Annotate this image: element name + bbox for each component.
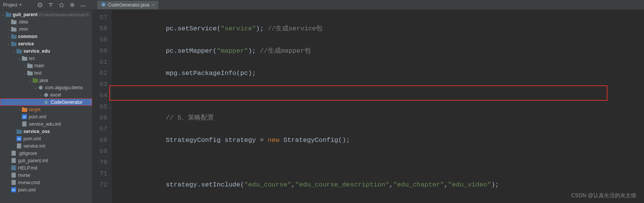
top-bar: Project ▼ — C CodeGenerator.java ✕ <box>0 0 644 10</box>
star-icon[interactable] <box>59 2 64 8</box>
project-tree[interactable]: ⌄guli_parentD:\study\java\code\project\ … <box>0 10 93 203</box>
close-icon[interactable]: ✕ <box>151 3 154 7</box>
test-folder-icon <box>32 78 38 83</box>
svg-rect-33 <box>22 121 27 126</box>
svg-text:m: m <box>23 115 26 119</box>
file-icon <box>11 173 17 178</box>
tree-item[interactable]: guli_parent.iml <box>18 158 48 163</box>
toolbar-icons: — <box>37 2 86 8</box>
svg-text:C: C <box>45 101 48 104</box>
svg-rect-35 <box>17 129 19 130</box>
module-icon <box>11 41 17 46</box>
svg-rect-16 <box>17 49 19 50</box>
svg-rect-5 <box>6 13 11 17</box>
maven-icon: m <box>16 136 22 141</box>
svg-rect-7 <box>11 20 17 24</box>
gear-icon[interactable] <box>70 2 75 8</box>
svg-rect-39 <box>12 151 16 156</box>
svg-rect-43 <box>12 173 16 178</box>
tree-item[interactable]: test <box>34 70 41 76</box>
svg-text:m: m <box>12 188 15 192</box>
project-dropdown[interactable]: Project ▼ <box>3 2 22 8</box>
svg-text:C: C <box>103 3 105 6</box>
tree-item[interactable]: service_oss <box>23 129 50 134</box>
tree-item[interactable]: service_edu.iml <box>29 121 61 127</box>
module-icon <box>16 48 22 53</box>
svg-point-2 <box>71 4 73 6</box>
tree-item[interactable]: java <box>40 78 48 83</box>
collapse-icon[interactable]: — <box>80 2 86 8</box>
dropdown-arrow-icon: ▼ <box>19 3 22 7</box>
module-icon <box>16 129 22 134</box>
code-area[interactable]: pc.setService("service"); //生成service包 p… <box>112 10 508 203</box>
tree-item[interactable]: mvnw <box>18 173 30 178</box>
svg-rect-24 <box>33 78 35 79</box>
tree-item[interactable]: .gitignore <box>18 151 37 156</box>
svg-rect-38 <box>17 143 21 148</box>
tree-item[interactable]: target <box>29 107 41 112</box>
maven-icon: m <box>22 114 27 119</box>
project-label: Project <box>3 2 17 8</box>
tree-item[interactable]: src <box>29 56 35 61</box>
tree-item[interactable]: service.iml <box>23 143 45 149</box>
watermark: CSDN @认真生活的灰太狼 <box>571 190 636 201</box>
svg-point-26 <box>44 93 48 97</box>
svg-rect-22 <box>27 71 30 72</box>
tree-item-codegen[interactable]: CodeGenerator <box>51 100 83 105</box>
line-gutter: 57585960616263646566676869707172 <box>93 10 112 203</box>
root-path: D:\study\java\code\project\ <box>39 12 89 17</box>
tab-bar: C CodeGenerator.java ✕ <box>97 1 158 9</box>
svg-rect-23 <box>33 79 38 83</box>
svg-rect-44 <box>12 180 16 185</box>
tree-item[interactable]: pom.xml <box>29 114 46 120</box>
svg-rect-10 <box>11 27 13 28</box>
svg-rect-21 <box>27 72 33 75</box>
svg-rect-29 <box>22 108 27 112</box>
root-node[interactable]: guli_parent <box>13 12 38 17</box>
tree-item[interactable]: common <box>18 34 37 39</box>
java-class-icon: C <box>101 2 106 8</box>
svg-rect-13 <box>11 42 17 46</box>
file-icon <box>11 180 17 185</box>
tree-item[interactable]: com.atguigu.demo <box>45 85 83 90</box>
file-icon <box>11 151 17 156</box>
folder-icon <box>22 56 27 61</box>
tree-item[interactable]: .mvn <box>18 27 28 32</box>
svg-point-25 <box>39 86 43 90</box>
tab-label: CodeGenerator.java <box>108 2 149 8</box>
svg-rect-15 <box>17 50 22 53</box>
tree-item[interactable]: pom.xml <box>18 187 35 193</box>
file-icon <box>11 158 17 163</box>
tree-item[interactable]: excel <box>50 92 61 98</box>
svg-rect-34 <box>17 130 22 134</box>
folder-icon <box>27 63 33 68</box>
module-icon <box>5 12 11 17</box>
package-icon <box>38 85 43 90</box>
file-tab[interactable]: C CodeGenerator.java ✕ <box>97 1 158 9</box>
tree-item[interactable]: service <box>18 41 34 47</box>
svg-rect-30 <box>22 107 24 108</box>
module-icon <box>11 34 17 39</box>
svg-rect-12 <box>11 34 13 35</box>
tree-item[interactable]: HELP.md <box>18 165 37 171</box>
tree-item[interactable]: pom.xml <box>23 136 41 141</box>
excluded-folder-icon <box>22 107 27 112</box>
folder-icon <box>27 70 33 75</box>
tree-item[interactable]: main <box>34 63 44 68</box>
tree-item[interactable]: .idea <box>18 19 28 25</box>
tree-item[interactable]: mvnw.cmd <box>18 180 40 185</box>
code-editor[interactable]: 57585960616263646566676869707172 pc.setS… <box>93 10 644 203</box>
tree-item[interactable]: service_edu <box>23 48 50 54</box>
sort-icon[interactable] <box>48 2 53 8</box>
svg-rect-19 <box>27 64 33 68</box>
svg-rect-9 <box>11 28 17 32</box>
target-icon[interactable] <box>37 2 43 8</box>
svg-rect-8 <box>11 20 13 21</box>
folder-icon <box>11 27 17 32</box>
md-icon: ↓ <box>11 165 17 170</box>
java-class-icon: C <box>43 100 49 105</box>
svg-rect-18 <box>22 56 24 57</box>
svg-rect-40 <box>12 158 16 163</box>
folder-icon <box>11 19 17 24</box>
svg-rect-11 <box>11 35 17 39</box>
